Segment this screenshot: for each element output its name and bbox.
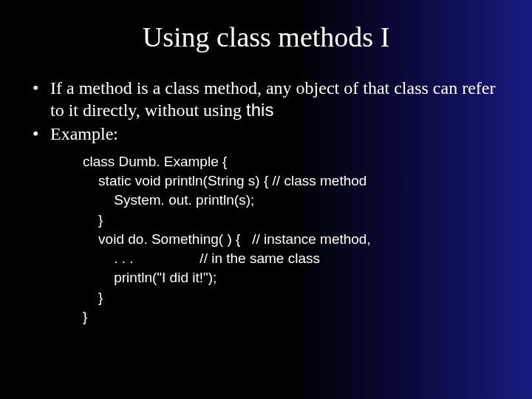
slide-title: Using class methods I [30,21,502,53]
code-example: class Dumb. Example { static void printl… [83,152,502,327]
code-line-6: . . . // in the same class [83,250,320,266]
bullet-1: If a method is a class method, any objec… [30,77,502,121]
code-line-5: void do. Something( ) { // instance meth… [83,231,371,247]
code-line-3: System. out. println(s); [83,192,254,208]
slide: Using class methods I If a method is a c… [0,0,532,399]
bullet-2: Example: [30,123,502,145]
code-line-2: static void println(String s) { // class… [83,173,366,188]
code-line-7: println("I did it!"); [83,270,216,285]
bullet-1-keyword-this: this [246,100,273,120]
code-line-4: } [83,212,103,228]
bullet-list: If a method is a class method, any objec… [30,77,502,145]
code-line-9: } [83,309,87,324]
code-line-1: class Dumb. Example { [83,154,227,169]
code-line-8: } [83,290,103,305]
